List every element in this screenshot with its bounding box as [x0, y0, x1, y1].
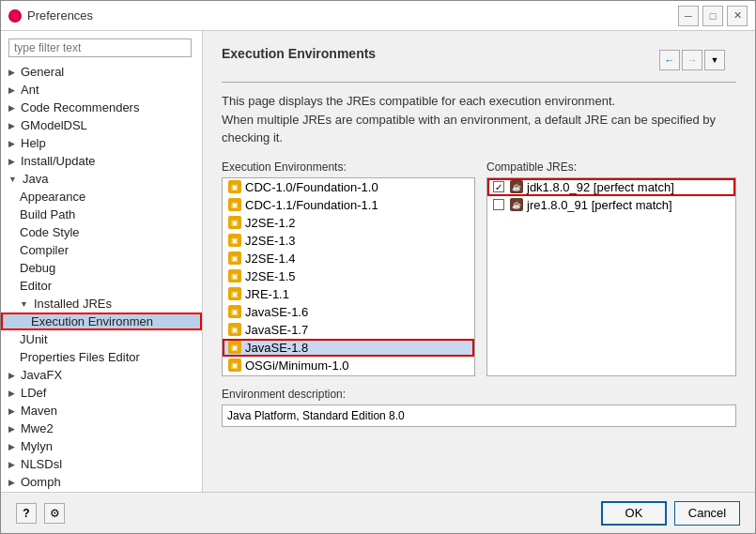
list-item[interactable]: ▣ J2SE-1.4 [223, 250, 474, 267]
sidebar-item-label: Code Recommenders [21, 100, 139, 114]
expand-icon: ▶ [8, 442, 15, 451]
env-desc-input[interactable] [222, 404, 736, 427]
jre-label: Compatible JREs: [486, 160, 736, 174]
sidebar-item-ant[interactable]: ▶ Ant [1, 81, 202, 99]
expand-icon: ▶ [8, 68, 15, 77]
preferences-button[interactable]: ⚙ [44, 503, 65, 524]
sidebar-item-compiler[interactable]: Compiler [1, 241, 202, 259]
list-item[interactable]: ▣ CDC-1.1/Foundation-1.1 [223, 196, 474, 214]
preferences-window: Preferences ─ □ ✕ ▶ General ▶ Ant ▶ Code… [0, 0, 756, 534]
sidebar-item-junit[interactable]: JUnit [1, 330, 202, 348]
sidebar-item-nlsdsl[interactable]: ▶ NLSDsl [1, 455, 202, 473]
sidebar-item-general[interactable]: ▶ General [1, 63, 202, 81]
sidebar-item-label: Code Style [20, 225, 80, 239]
sidebar-item-label: Install/Update [21, 154, 96, 168]
expand-icon: ▶ [8, 371, 15, 380]
collapse-icon: ▼ [20, 299, 28, 309]
sidebar-item-label: Mwe2 [21, 421, 54, 435]
sidebar-item-label: Build Path [20, 207, 75, 221]
list-item[interactable]: ▣ CDC-1.0/Foundation-1.0 [223, 178, 474, 196]
sidebar-item-execution-env[interactable]: Execution Environmen [1, 313, 202, 330]
sidebar-item-prop-files[interactable]: Properties Files Editor [1, 348, 202, 366]
jre-item-jdk92[interactable]: ✓ ☕ jdk1.8.0_92 [perfect match] [487, 178, 735, 196]
sidebar-item-gmodeldsl[interactable]: ▶ GModelDSL [1, 116, 202, 134]
sidebar-item-maven[interactable]: ▶ Maven [1, 402, 202, 420]
collapse-icon: ▼ [8, 175, 17, 184]
forward-button[interactable]: → [682, 50, 702, 70]
sidebar-item-code-recommenders[interactable]: ▶ Code Recommenders [1, 99, 202, 116]
jre-checkbox[interactable]: ✓ [493, 181, 504, 192]
env-list-panel: ▣ CDC-1.0/Foundation-1.0 ▣ CDC-1.1/Found… [222, 177, 475, 376]
env-list[interactable]: ▣ CDC-1.0/Foundation-1.0 ▣ CDC-1.1/Found… [223, 178, 474, 375]
sidebar-item-editor[interactable]: Editor [1, 277, 202, 295]
sidebar-item-label: Debug [20, 261, 55, 275]
sidebar-item-label: GModelDSL [21, 118, 87, 132]
title-bar-left: Preferences [8, 8, 93, 23]
help-button[interactable]: ? [16, 503, 37, 524]
back-button[interactable]: ← [659, 50, 680, 70]
sidebar-item-installed-jres[interactable]: ▼ Installed JREs [1, 295, 202, 313]
sidebar-item-oomph[interactable]: ▶ Oomph [1, 473, 202, 491]
sidebar-item-javafx[interactable]: ▶ JavaFX [1, 366, 202, 384]
sidebar-item-label: Installed JREs [34, 297, 112, 311]
section-title: Execution Environments [222, 46, 376, 65]
ok-button[interactable]: OK [601, 501, 667, 526]
minimize-button[interactable]: ─ [678, 6, 699, 26]
sidebar-item-label: NLSDsl [21, 457, 62, 471]
sidebar-item-help[interactable]: ▶ Help [1, 134, 202, 152]
env-desc-section: Environment description: [222, 388, 736, 427]
env-item-label: OSGi/Minimum-1.0 [245, 359, 349, 373]
sidebar-item-label: Editor [20, 279, 52, 293]
env-item-label: JavaSE-1.8 [245, 341, 308, 355]
sidebar-item-label: Help [21, 136, 46, 150]
env-desc-label: Environment description: [222, 388, 736, 401]
list-item-javase-18[interactable]: ▣ JavaSE-1.8 [223, 339, 474, 357]
footer: ? ⚙ OK Cancel [1, 492, 755, 533]
list-item[interactable]: ▣ JRE-1.1 [223, 285, 474, 303]
list-item[interactable]: ▣ JavaSE-1.7 [223, 321, 474, 339]
list-item[interactable]: ▣ OSGi/Minimum-1.1 [223, 374, 474, 375]
env-item-label: J2SE-1.2 [245, 216, 295, 230]
sidebar-item-mylyn[interactable]: ▶ Mylyn [1, 437, 202, 455]
expand-icon: ▶ [8, 406, 15, 416]
sidebar-item-code-style[interactable]: Code Style [1, 223, 202, 241]
list-item[interactable]: ▣ J2SE-1.5 [223, 267, 474, 285]
close-button[interactable]: ✕ [727, 6, 748, 26]
sidebar-item-install-update[interactable]: ▶ Install/Update [1, 152, 202, 170]
expand-icon: ▶ [8, 157, 15, 166]
footer-left: ? ⚙ [16, 503, 594, 524]
expand-icon: ▶ [8, 424, 15, 434]
sidebar-item-label: Ant [21, 83, 39, 97]
jre-item-jre91[interactable]: ☕ jre1.8.0_91 [perfect match] [487, 196, 735, 214]
env-icon: ▣ [228, 359, 241, 372]
list-item[interactable]: ▣ J2SE-1.3 [223, 232, 474, 250]
jre-list[interactable]: ✓ ☕ jdk1.8.0_92 [perfect match] ☕ jre1.8… [487, 178, 735, 375]
env-icon: ▣ [228, 323, 241, 336]
sidebar-item-java[interactable]: ▼ Java [1, 170, 202, 188]
expand-icon: ▶ [8, 460, 15, 469]
sidebar-item-label: Appearance [20, 190, 85, 204]
sidebar-item-mwe2[interactable]: ▶ Mwe2 [1, 420, 202, 437]
dropdown-button[interactable]: ▼ [704, 50, 725, 70]
list-item[interactable]: ▣ OSGi/Minimum-1.0 [223, 357, 474, 374]
description-line1: This page displays the JREs compatible f… [222, 92, 736, 111]
cancel-button[interactable]: Cancel [674, 501, 740, 526]
window-title: Preferences [27, 8, 93, 23]
sidebar-item-debug[interactable]: Debug [1, 259, 202, 277]
sidebar-item-label: Java [23, 172, 48, 186]
main-content: Execution Environments ← → ▼ This page d… [203, 31, 755, 492]
sidebar-item-build-path[interactable]: Build Path [1, 206, 202, 223]
jre-item-label: jdk1.8.0_92 [perfect match] [527, 180, 674, 194]
title-bar: Preferences ─ □ ✕ [1, 1, 755, 31]
sidebar-item-label: Oomph [21, 475, 61, 489]
panels-row: Execution Environments: ▣ CDC-1.0/Founda… [222, 160, 736, 376]
filter-input[interactable] [8, 38, 192, 57]
sidebar-item-label: LDef [21, 386, 46, 400]
list-item[interactable]: ▣ J2SE-1.2 [223, 214, 474, 232]
list-item[interactable]: ▣ JavaSE-1.6 [223, 303, 474, 321]
sidebar-item-ldef[interactable]: ▶ LDef [1, 384, 202, 402]
jre-list-panel: ✓ ☕ jdk1.8.0_92 [perfect match] ☕ jre1.8… [486, 177, 736, 376]
maximize-button[interactable]: □ [702, 6, 723, 26]
jre-checkbox[interactable] [493, 199, 504, 210]
sidebar-item-appearance[interactable]: Appearance [1, 188, 202, 206]
